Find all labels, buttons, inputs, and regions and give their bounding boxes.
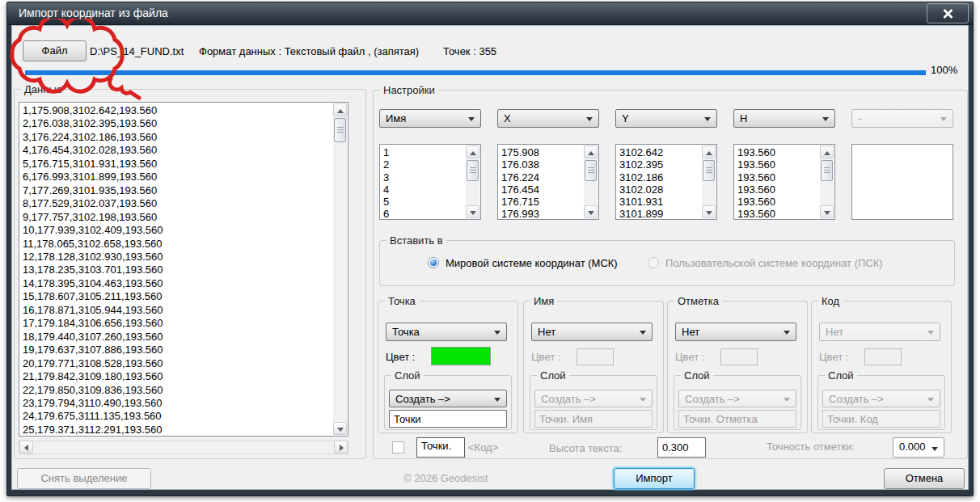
chevron-down-icon [704, 117, 711, 121]
combo-value: Нет [538, 326, 555, 338]
mark-type-combo[interactable]: Нет [675, 323, 796, 341]
data-scrollbar-horizontal[interactable] [19, 441, 348, 454]
column-values[interactable]: 193.560 193.560 193.560 193.560 193.560 … [737, 146, 819, 218]
triangle-down-icon [470, 211, 476, 215]
point-type-combo[interactable]: Точка [386, 323, 507, 341]
combo-value: Нет [826, 326, 843, 338]
scroll-up-button[interactable] [333, 103, 347, 116]
data-format-label: Формат данных : Текстовый файл , (запята… [199, 45, 419, 57]
grip-icon [588, 167, 594, 174]
data-scrollbar-vertical[interactable] [333, 103, 347, 435]
points-prefix-button[interactable]: Точки. [416, 437, 465, 458]
precision-combo[interactable]: 0.000 [893, 437, 944, 458]
chevron-down-icon [586, 117, 593, 121]
column-listbox-name[interactable]: 1 2 3 4 5 6 [379, 144, 481, 220]
column-selector-y[interactable]: Y [615, 109, 717, 128]
close-icon [943, 9, 953, 19]
scroll-right-button[interactable] [334, 441, 348, 453]
dialog-body: Файл D:\PS_14_FUND.txt Формат данных : Т… [11, 25, 969, 490]
combo-value: Y [622, 112, 629, 124]
scroll-left-button[interactable] [19, 441, 33, 453]
column-selector-extra: - [851, 109, 953, 128]
point-layer-combo[interactable]: Создать –> [389, 390, 507, 407]
column-selector-h[interactable]: H [733, 109, 835, 128]
point-layer-name-input[interactable] [389, 410, 507, 428]
combo-value: Создать –> [685, 393, 740, 405]
mark-layer-name-input [678, 410, 796, 428]
combo-value: - [858, 112, 861, 124]
data-rows[interactable]: 1,175.908,3102.642,193.560 2,176.038,310… [23, 104, 332, 435]
text-height-input[interactable] [657, 437, 706, 458]
scroll-thumb[interactable] [467, 160, 479, 181]
scroll-down-button[interactable] [466, 205, 479, 218]
layer-group-title: Слой [391, 369, 424, 382]
triangle-left-icon [24, 445, 28, 451]
radio-world-cs[interactable] [428, 257, 439, 268]
progress-bar [25, 70, 926, 75]
triangle-up-icon [706, 151, 712, 155]
progress-percent: 100% [931, 64, 957, 76]
scroll-thumb[interactable] [334, 118, 346, 142]
mark-color-swatch [720, 348, 758, 365]
triangle-down-icon [588, 211, 594, 215]
layer-group-title: Слой [537, 369, 569, 382]
deselect-button: Снять выделение [17, 468, 151, 489]
name-layer-name-input [534, 410, 653, 428]
point-color-swatch[interactable] [431, 347, 491, 365]
settings-group-title: Настройки [380, 84, 438, 96]
titlebar[interactable]: Импорт координат из файла [7, 2, 973, 25]
scroll-thumb[interactable] [703, 160, 715, 181]
column-selector-x[interactable]: X [497, 109, 599, 128]
group-point-title: Точка [385, 295, 419, 307]
column-listbox-x[interactable]: 175.908 176.038 176.224 176.454 176.715 … [497, 144, 599, 220]
triangle-up-icon [824, 151, 830, 155]
cancel-button[interactable]: Отмена [884, 468, 965, 489]
column-scrollbar[interactable] [702, 146, 716, 218]
chevron-down-icon [784, 331, 790, 335]
scroll-thumb[interactable] [821, 160, 833, 181]
group-name-title: Имя [530, 295, 557, 307]
scroll-down-button[interactable] [333, 422, 347, 435]
close-button[interactable] [927, 3, 969, 23]
file-button[interactable]: Файл [23, 40, 87, 61]
column-listbox-h[interactable]: 193.560 193.560 193.560 193.560 193.560 … [733, 144, 835, 220]
column-values[interactable]: 3102.642 3102.395 3102.186 3102.028 3101… [619, 146, 701, 218]
column-values[interactable]: 175.908 176.038 176.224 176.454 176.715 … [501, 146, 583, 218]
copyright: © 2026 Geodesist [403, 472, 488, 484]
code-type-combo: Нет [819, 323, 940, 341]
scroll-down-button[interactable] [702, 205, 716, 218]
scroll-up-button[interactable] [702, 146, 716, 158]
name-type-combo[interactable]: Нет [531, 323, 653, 341]
insert-group-title: Вставить в [387, 234, 446, 247]
combo-value: Точка [392, 326, 420, 338]
scroll-down-button[interactable] [584, 205, 598, 218]
code-placeholder: <Код> [468, 441, 498, 453]
triangle-up-icon [470, 151, 476, 155]
column-scrollbar[interactable] [584, 146, 598, 218]
chevron-down-icon [494, 398, 501, 402]
grip-icon [337, 127, 344, 133]
scroll-up-button[interactable] [466, 146, 479, 158]
name-color-swatch [577, 348, 614, 365]
chevron-down-icon [822, 117, 829, 121]
data-listbox[interactable]: 1,175.908,3102.642,193.560 2,176.038,310… [19, 102, 348, 437]
column-listbox-y[interactable]: 3102.642 3102.395 3102.186 3102.028 3101… [615, 144, 717, 220]
column-values[interactable]: 1 2 3 4 5 6 [383, 146, 465, 218]
import-button[interactable]: Импорт [614, 468, 695, 489]
column-selector-name[interactable]: Имя [379, 109, 481, 128]
code-color-swatch [864, 348, 902, 365]
triangle-up-icon [588, 151, 594, 155]
triangle-down-icon [706, 211, 712, 215]
scroll-up-button[interactable] [820, 146, 834, 158]
combo-value: Имя [386, 112, 406, 124]
scroll-thumb[interactable] [585, 160, 597, 181]
column-scrollbar[interactable] [466, 146, 479, 218]
scroll-down-button[interactable] [820, 205, 834, 218]
column-scrollbar[interactable] [820, 146, 834, 218]
scroll-up-button[interactable] [584, 146, 598, 158]
point-color-label: Цвет : [386, 351, 415, 363]
layer-group-title: Слой [825, 369, 857, 382]
data-group-title: Данные [21, 83, 65, 95]
layer-group-title: Слой [681, 369, 713, 382]
combo-value: H [740, 112, 747, 124]
